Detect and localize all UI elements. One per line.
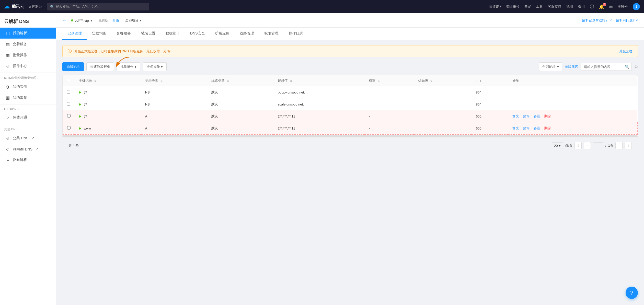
sidebar-item-batch[interactable]: ▦ 批量操作 bbox=[0, 50, 56, 61]
domain-dropdown-icon[interactable]: ▾ bbox=[90, 18, 92, 22]
row2-host-cell: @ bbox=[75, 98, 141, 110]
batch-operations-button[interactable]: 批量操作 ▾ bbox=[117, 62, 140, 71]
upgrade-link[interactable]: 升级 bbox=[112, 18, 119, 23]
sort-priority-icon[interactable]: ⇅ bbox=[430, 79, 432, 82]
row3-delete-button[interactable]: 删除 bbox=[544, 114, 551, 118]
tab-permissions[interactable]: 权限管理 bbox=[259, 28, 284, 40]
row2-value-cell: scale.dnspod.net. bbox=[274, 98, 365, 110]
sort-value-icon[interactable]: ⇅ bbox=[290, 79, 292, 82]
tab-domain-settings[interactable]: 域名设置 bbox=[136, 28, 160, 40]
row3-actions-cell: 修改 暂停 备注 删除 bbox=[508, 110, 637, 122]
console-button[interactable]: ⌂ 控制台 bbox=[29, 4, 42, 9]
filing-item[interactable]: 备案 bbox=[524, 4, 531, 9]
sidebar-section-igtm: IGTM智能全局流量管理 bbox=[0, 74, 56, 81]
help-fab[interactable]: ? bbox=[626, 287, 638, 299]
col-record-value: 记录值 ⇅ bbox=[274, 75, 365, 86]
sidebar-item-public-dns[interactable]: ⊕ 公共 DNS ↗ bbox=[0, 133, 56, 144]
tab-record-management[interactable]: 记录管理 bbox=[62, 28, 87, 40]
row3-edit-button[interactable]: 修改 bbox=[512, 114, 519, 118]
col-weight: 权重 ⇅ bbox=[365, 75, 414, 86]
back-button[interactable]: ← bbox=[62, 18, 67, 23]
sort-line-icon[interactable]: ⇅ bbox=[227, 79, 229, 82]
first-page-button[interactable]: ⟪ bbox=[574, 142, 582, 149]
row4-delete-button[interactable]: 删除 bbox=[544, 126, 551, 130]
last-page-button[interactable]: ⟫ bbox=[625, 142, 632, 149]
row3-pause-button[interactable]: 暂停 bbox=[523, 114, 530, 118]
records-filter-select[interactable]: 全部记录 ▾ bbox=[539, 62, 562, 71]
main-content: ← col***.vip ▾ 免费版 升级 全部项目 ▾ 解析记录帮助指引 ↗ … bbox=[56, 13, 644, 305]
sidebar: 云解析 DNS ◫ 我的解析 ▤ 套餐服务 ▦ 批量操作 ⊕ 插件中心 IGTM… bbox=[0, 13, 56, 305]
sidebar-item-label: 我的实例 bbox=[13, 85, 27, 89]
tab-operation-log[interactable]: 操作日志 bbox=[284, 28, 308, 40]
sort-weight-icon[interactable]: ⇅ bbox=[377, 79, 380, 82]
sidebar-item-instances[interactable]: ◑ 我的实例 bbox=[0, 81, 56, 92]
tab-line-management[interactable]: 线路管理 bbox=[235, 28, 259, 40]
add-record-button[interactable]: 添加记录 bbox=[62, 62, 84, 71]
domain-status-dot bbox=[71, 19, 73, 21]
plugins-icon: ⊕ bbox=[5, 64, 10, 68]
advanced-filter-button[interactable]: 高级筛选 bbox=[565, 64, 578, 69]
row2-checkbox[interactable] bbox=[67, 102, 70, 105]
checkbox-header[interactable] bbox=[63, 75, 75, 86]
row4-checkbox[interactable] bbox=[67, 126, 71, 130]
message-icon[interactable]: ✉ bbox=[609, 4, 613, 9]
page-size-select[interactable]: 20 ▾ bbox=[552, 142, 563, 149]
current-page-input[interactable]: 1 bbox=[593, 142, 603, 149]
select-all-checkbox[interactable] bbox=[67, 79, 70, 82]
user-avatar[interactable]: 1 bbox=[633, 3, 640, 10]
public-dns-icon: ⊕ bbox=[5, 136, 10, 140]
tools-item[interactable]: 工具 bbox=[536, 4, 543, 9]
horizontal-scrollbar[interactable] bbox=[63, 135, 638, 138]
next-page-button[interactable]: › bbox=[615, 142, 623, 149]
search-input[interactable] bbox=[581, 63, 632, 71]
tab-load-balance[interactable]: 负载均衡 bbox=[87, 28, 111, 40]
top-navigation: ☁ 腾讯云 ⌂ 控制台 🔍 搜索资源、产品、API、文档... 快捷键 / 集团… bbox=[0, 0, 644, 13]
table-row: @ NS 默认 poppy.dnspod.net. 864 bbox=[63, 86, 637, 98]
row3-checkbox-cell[interactable] bbox=[63, 110, 75, 122]
more-operations-button[interactable]: 更多操作 ▾ bbox=[143, 62, 167, 71]
row3-note-button[interactable]: 备注 bbox=[534, 114, 540, 118]
shortcut-item[interactable]: 快捷键 / bbox=[489, 4, 501, 9]
sidebar-item-reverse-dns[interactable]: ≡ 反向解析 bbox=[0, 155, 56, 165]
row3-checkbox[interactable] bbox=[67, 114, 71, 118]
sidebar-item-my-dns[interactable]: ◫ 我的解析 bbox=[0, 28, 56, 39]
tab-dns-security[interactable]: DNS安全 bbox=[185, 28, 210, 40]
support-item[interactable]: 客服支持 bbox=[548, 4, 561, 9]
search-icon-btn[interactable]: 🔍 bbox=[625, 65, 629, 69]
global-search[interactable]: 🔍 搜索资源、产品、API、文档... bbox=[47, 3, 149, 10]
group-account-item[interactable]: 集团账号 bbox=[506, 4, 519, 9]
quick-add-button[interactable]: 快速添加解析 bbox=[86, 62, 114, 71]
prev-page-button[interactable]: ‹ bbox=[584, 142, 591, 149]
billing-item[interactable]: 费用 bbox=[578, 4, 585, 9]
info-icon[interactable]: ⓘ bbox=[590, 4, 594, 9]
table-settings-icon[interactable]: ⚙ bbox=[634, 64, 638, 69]
sidebar-item-private-dns[interactable]: ◇ Private DNS ↗ bbox=[0, 144, 56, 155]
sort-type-icon[interactable]: ⇅ bbox=[160, 79, 163, 82]
sidebar-item-my-packages[interactable]: ▦ 我的套餐 bbox=[0, 92, 56, 103]
help-question-link[interactable]: 解析有问题? ↗ bbox=[616, 18, 638, 23]
notification-icon[interactable]: 🔔 4 bbox=[599, 4, 604, 9]
row4-pause-button[interactable]: 暂停 bbox=[523, 126, 530, 130]
row4-weight-cell: - bbox=[365, 122, 414, 135]
project-select[interactable]: 全部项目 ▾ bbox=[125, 18, 141, 23]
row1-checkbox-cell[interactable] bbox=[63, 86, 75, 98]
tab-extensions[interactable]: 扩展应用 bbox=[210, 28, 235, 40]
row2-checkbox-cell[interactable] bbox=[63, 98, 75, 110]
row4-checkbox-cell[interactable] bbox=[63, 122, 75, 135]
account-label[interactable]: 主账号 bbox=[618, 4, 628, 9]
row4-note-button[interactable]: 备注 bbox=[534, 126, 540, 130]
sidebar-item-packages[interactable]: ▤ 套餐服务 bbox=[0, 39, 56, 50]
tab-packages[interactable]: 套餐服务 bbox=[111, 28, 136, 40]
help-guide-link[interactable]: 解析记录帮助指引 ↗ bbox=[582, 18, 612, 23]
row1-weight-cell bbox=[365, 86, 414, 98]
trial-item[interactable]: 试用 bbox=[566, 4, 573, 9]
row4-edit-button[interactable]: 修改 bbox=[512, 126, 519, 130]
upgrade-package-button[interactable]: 升级套餐 bbox=[619, 49, 632, 54]
sidebar-item-label: 免费开通 bbox=[13, 115, 27, 120]
sidebar-item-plugins[interactable]: ⊕ 插件中心 bbox=[0, 61, 56, 72]
sidebar-item-free-enable[interactable]: ○ 免费开通 bbox=[0, 112, 56, 123]
tab-data-stats[interactable]: 数据统计 bbox=[160, 28, 185, 40]
logo: ☁ 腾讯云 bbox=[4, 3, 24, 10]
sort-host-icon[interactable]: ⇅ bbox=[94, 79, 96, 82]
row1-checkbox[interactable] bbox=[67, 90, 70, 93]
